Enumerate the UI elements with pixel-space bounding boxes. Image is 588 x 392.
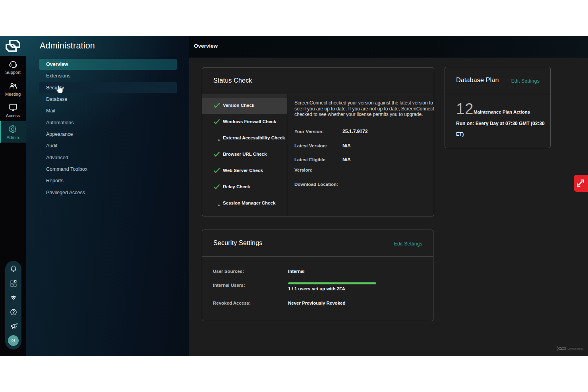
svg-text:CONNECTWISE: CONNECTWISE (568, 348, 584, 350)
